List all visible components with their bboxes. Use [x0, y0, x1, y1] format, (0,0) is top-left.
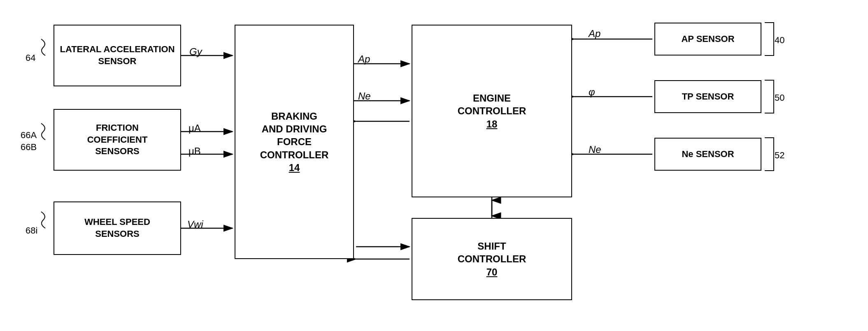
- ne-left-label: Ne: [358, 90, 371, 102]
- engine-controller-block: ENGINECONTROLLER18: [412, 25, 572, 197]
- ap-right-label: Ap: [589, 28, 600, 39]
- tp-sensor-block: TP SENSOR: [654, 80, 761, 113]
- phi-right-label: φ: [589, 86, 595, 98]
- ap-left-label: Ap: [358, 53, 370, 65]
- id-64: 64: [26, 53, 35, 63]
- id-68i: 68i: [26, 225, 37, 236]
- friction-coefficient-sensor-block: FRICTIONCOEFFICIENTSENSORS: [54, 109, 181, 171]
- ap-sensor-label: AP SENSOR: [681, 33, 734, 45]
- friction-sensor-label: FRICTIONCOEFFICIENTSENSORS: [87, 122, 148, 157]
- gy-label: Gy: [189, 46, 202, 58]
- wheel-sensor-label: WHEEL SPEEDSENSORS: [84, 216, 150, 240]
- shift-controller-label: SHIFTCONTROLLER70: [458, 240, 526, 278]
- braking-controller-label: BRAKINGAND DRIVINGFORCECONTROLLER14: [260, 110, 329, 174]
- id-66a: 66A: [21, 130, 37, 141]
- wheel-speed-sensor-block: WHEEL SPEEDSENSORS: [54, 201, 181, 255]
- engine-controller-label: ENGINECONTROLLER18: [458, 92, 526, 130]
- lateral-acceleration-sensor-block: LATERAL ACCELERATION SENSOR: [54, 25, 181, 86]
- ne-right-label: Ne: [589, 144, 601, 155]
- diagram: LATERAL ACCELERATION SENSOR FRICTIONCOEF…: [0, 0, 868, 331]
- tp-sensor-label: TP SENSOR: [682, 91, 734, 103]
- ne-sensor-label: Ne SENSOR: [682, 148, 734, 160]
- id-50: 50: [775, 93, 784, 103]
- ne-sensor-block: Ne SENSOR: [654, 138, 761, 171]
- shift-controller-block: SHIFTCONTROLLER70: [412, 218, 572, 300]
- vwi-label: Vwi: [187, 219, 203, 230]
- mu-a-label: μA: [188, 123, 201, 134]
- braking-controller-block: BRAKINGAND DRIVINGFORCECONTROLLER14: [235, 25, 354, 259]
- id-40: 40: [775, 35, 784, 46]
- lateral-sensor-label: LATERAL ACCELERATION SENSOR: [54, 44, 180, 67]
- ap-sensor-block: AP SENSOR: [654, 23, 761, 56]
- id-66b: 66B: [21, 142, 37, 153]
- id-52: 52: [775, 150, 784, 161]
- mu-b-label: μB: [188, 146, 201, 157]
